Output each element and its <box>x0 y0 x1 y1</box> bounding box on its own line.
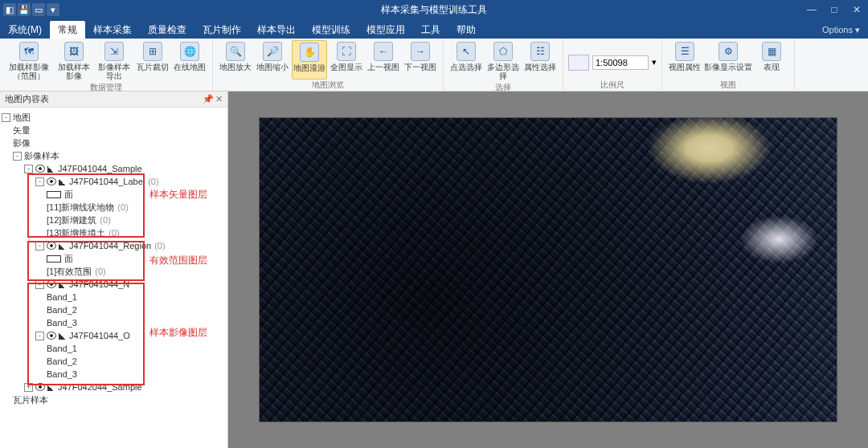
system-menu[interactable]: 系统(M) <box>0 21 50 39</box>
btn-load-extent[interactable]: 🗺加载样影像（范围） <box>5 40 53 82</box>
pin-icon[interactable]: 📌 <box>203 94 214 104</box>
panel-close-icon[interactable]: ✕ <box>215 94 223 104</box>
tree-item[interactable]: [12]新增建筑 <box>47 214 96 226</box>
scale-dropdown-icon[interactable]: ▾ <box>652 57 657 67</box>
eye-icon[interactable] <box>35 165 45 173</box>
btn-pan[interactable]: ✋地图漫游 <box>292 40 327 79</box>
annotation-label-1: 样本矢量图层 <box>149 188 207 202</box>
btn-poly-select[interactable]: ⬠多边形选择 <box>485 40 521 82</box>
tree-o-layer[interactable]: J47F041044_O <box>69 331 130 340</box>
btn-load-sample[interactable]: 🖼加载样本影像 <box>55 40 93 82</box>
tree-item[interactable]: [11]新增线状地物 <box>47 202 114 214</box>
toggle-icon[interactable]: - <box>2 113 10 122</box>
tree-band[interactable]: Band_3 <box>47 318 77 328</box>
btn-view-props[interactable]: ☰视图属性 <box>667 40 702 79</box>
btn-zoom-out[interactable]: 🔎地图缩小 <box>255 40 290 79</box>
toc-tree[interactable]: -地图 矢量 影像 -影像样本 -J47F041044_Sample -J47F… <box>0 108 227 448</box>
main-area: 地图内容表 📌✕ -地图 矢量 影像 -影像样本 -J47F041044_Sam… <box>0 92 868 448</box>
ribbon-tabs: 系统(M) 常规 样本采集 质量检查 瓦片制作 样本导出 模型训练 模型应用 工… <box>0 19 868 39</box>
tree-label-layer[interactable]: J47F041044_Label <box>69 177 145 186</box>
qat-icon-3[interactable]: ▭ <box>32 3 45 16</box>
pencil-icon <box>47 165 55 173</box>
tree-sample2[interactable]: J47F042044_Sample <box>58 382 142 392</box>
quick-access-toolbar: ◧ 💾 ▭ ▾ <box>0 3 63 16</box>
tab-quality[interactable]: 质量检查 <box>140 21 194 39</box>
btn-export-sample[interactable]: ⇲影像样本导出 <box>95 40 133 82</box>
maximize-button[interactable]: □ <box>823 0 845 19</box>
tab-export[interactable]: 样本导出 <box>249 21 304 39</box>
qat-save-icon[interactable]: 💾 <box>18 3 31 16</box>
tree-region-layer[interactable]: J47F041044_Region <box>69 241 151 250</box>
btn-point-select[interactable]: ↖点选选择 <box>448 40 484 82</box>
annotation-label-2: 有效范围图层 <box>149 254 207 267</box>
options-menu[interactable]: Options ▾ <box>814 21 868 39</box>
tree-item[interactable]: [1]有效范围 <box>47 266 92 278</box>
tree-samples[interactable]: 影像样本 <box>24 150 59 162</box>
tree-tiles[interactable]: 瓦片样本 <box>13 394 48 406</box>
close-button[interactable]: ✕ <box>845 0 868 19</box>
tree-band[interactable]: Band_3 <box>47 369 77 379</box>
polygon-symbol <box>47 191 61 198</box>
ribbon-group-scale: ▾ 比例尺 <box>563 39 662 91</box>
tab-tools[interactable]: 工具 <box>413 21 448 39</box>
tab-help[interactable]: 帮助 <box>448 21 484 39</box>
tab-apply[interactable]: 模型应用 <box>358 21 413 39</box>
btn-tile-clip[interactable]: ⊞瓦片裁切 <box>135 40 170 82</box>
tree-root[interactable]: 地图 <box>13 112 31 124</box>
btn-zoom-in[interactable]: 🔍地图放大 <box>218 40 253 79</box>
btn-next-view[interactable]: →下一视图 <box>403 40 438 79</box>
qat-icon-1[interactable]: ◧ <box>3 3 16 16</box>
map-viewport[interactable] <box>228 92 868 448</box>
window-title: 样本采集与模型训练工具 <box>381 3 487 17</box>
tree-raster[interactable]: 影像 <box>13 137 31 149</box>
ribbon-group-view: ☰视图属性 ⚙影像显示设置 ▦表现 视图 <box>662 39 795 91</box>
toc-panel: 地图内容表 📌✕ -地图 矢量 影像 -影像样本 -J47F041044_Sam… <box>0 92 228 448</box>
tree-vector[interactable]: 矢量 <box>13 124 31 136</box>
btn-display-settings[interactable]: ⚙影像显示设置 <box>704 40 752 79</box>
satellite-image <box>259 117 837 422</box>
annotation-label-3: 样本影像图层 <box>149 326 207 340</box>
qat-dropdown-icon[interactable]: ▾ <box>47 3 59 16</box>
ribbon-group-data: 🗺加载样影像（范围） 🖼加载样本影像 ⇲影像样本导出 ⊞瓦片裁切 🌐在线地图 数… <box>0 39 213 91</box>
btn-full-extent[interactable]: ⛶全图显示 <box>329 40 364 79</box>
tree-band[interactable]: Band_2 <box>47 356 77 366</box>
btn-attr-select[interactable]: ☷属性选择 <box>522 40 558 82</box>
ribbon-group-select: ↖点选选择 ⬠多边形选择 ☷属性选择 选择 <box>444 39 563 91</box>
btn-render[interactable]: ▦表现 <box>754 40 789 79</box>
tab-sample-collect[interactable]: 样本采集 <box>85 21 140 39</box>
btn-prev-view[interactable]: ←上一视图 <box>366 40 401 79</box>
title-bar: ◧ 💾 ▭ ▾ 样本采集与模型训练工具 — □ ✕ <box>0 0 868 19</box>
tab-train[interactable]: 模型训练 <box>304 21 358 39</box>
scale-input[interactable] <box>592 55 649 70</box>
ribbon: 🗺加载样影像（范围） 🖼加载样本影像 ⇲影像样本导出 ⊞瓦片裁切 🌐在线地图 数… <box>0 39 868 92</box>
tab-tile[interactable]: 瓦片制作 <box>194 21 249 39</box>
scale-icon <box>568 55 589 71</box>
tree-n-layer[interactable]: J47F041044_N <box>69 279 129 289</box>
tree-band[interactable]: Band_1 <box>47 344 77 353</box>
tree-band[interactable]: Band_2 <box>47 305 77 315</box>
tree-band[interactable]: Band_1 <box>47 292 77 302</box>
tab-general[interactable]: 常规 <box>50 21 85 39</box>
toc-header: 地图内容表 📌✕ <box>0 92 227 108</box>
tree-sample-root[interactable]: J47F041044_Sample <box>58 164 142 173</box>
minimize-button[interactable]: — <box>800 0 823 19</box>
btn-online-map[interactable]: 🌐在线地图 <box>172 40 207 82</box>
tree-item[interactable]: [13]新增推填土 <box>47 227 105 239</box>
ribbon-group-mapnav: 🔍地图放大 🔎地图缩小 ✋地图漫游 ⛶全图显示 ←上一视图 →下一视图 地图浏览 <box>213 39 444 91</box>
